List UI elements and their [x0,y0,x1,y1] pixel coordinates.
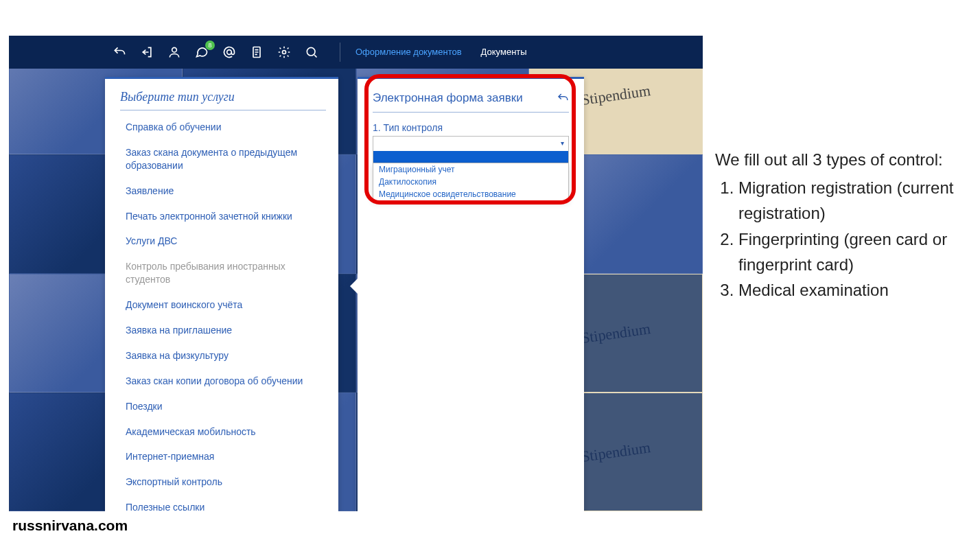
app-screenshot: 8 Оформление документов Документы Выбери… [9,36,703,511]
service-item[interactable]: Поездки [120,394,338,419]
service-item[interactable]: Печать электронной зачетной книжки [120,204,338,229]
dropdown-option[interactable]: Миграционный учет [373,163,568,176]
nav-link-documents[interactable]: Документы [481,47,527,58]
gear-icon[interactable] [277,45,292,60]
service-type-panel: Выберите тип услуги Справка об обученииЗ… [105,77,338,511]
annotation-intro: We fill out all 3 types of control: [715,147,962,172]
service-item[interactable]: Экспортный контроль [120,469,338,495]
annotation-item: Fingerprinting (green card or fingerprin… [738,226,962,277]
select-highlight-bar [373,151,569,163]
svg-point-3 [283,51,286,54]
back-icon[interactable] [112,45,127,60]
control-type-select[interactable]: ▾ [373,136,569,151]
dropdown-option[interactable]: Дактилоскопия [373,176,568,188]
annotation-item: Migration registration (current registra… [738,175,962,226]
control-type-label: 1. Тип контроля [373,122,569,133]
svg-point-0 [172,47,177,52]
service-type-title: Выберите тип услуги [120,90,326,110]
watermark: russnirvana.com [12,517,128,534]
dropdown-option[interactable]: Медицинское освидетельствование [373,188,568,200]
user-icon[interactable] [167,45,182,60]
nav-link-documents-form[interactable]: Оформление документов [355,47,462,58]
service-item[interactable]: Контроль пребывания иностранных студенто… [120,254,338,292]
search-icon[interactable] [304,45,319,60]
form-back-icon[interactable] [557,92,569,104]
form-title-row: Электронная форма заявки [373,91,569,113]
service-item[interactable]: Документ воинского учёта [120,292,338,318]
service-item[interactable]: Заказ скан копии договора об обучении [120,369,338,394]
service-list: Справка об обученииЗаказ скана документа… [120,115,338,511]
svg-point-4 [307,47,315,56]
form-panel: Электронная форма заявки 1. Тип контроля… [358,77,584,511]
panel-pointer-icon [350,278,358,294]
service-item[interactable]: Заявка на приглашение [120,318,338,343]
service-item[interactable]: Академическая мобильность [120,419,338,445]
service-item[interactable]: Заказ скана документа о предыдущем образ… [120,140,338,178]
chat-badge: 8 [205,40,215,50]
at-icon[interactable] [222,45,237,60]
service-item[interactable]: Полезные ссылки [120,495,338,511]
control-type-dropdown[interactable]: Миграционный учетДактилоскопияМедицинско… [373,163,569,201]
document-icon[interactable] [249,45,264,60]
svg-point-1 [227,50,232,55]
topbar-separator [340,43,340,62]
service-item[interactable]: Справка об обучении [120,115,338,140]
chat-icon[interactable]: 8 [194,45,209,60]
logout-icon[interactable] [139,45,154,60]
topbar: 8 Оформление документов Документы [9,36,703,69]
annotation-text: We fill out all 3 types of control: Migr… [715,147,962,303]
service-item[interactable]: Заявление [120,178,338,204]
service-item[interactable]: Услуги ДВС [120,229,338,254]
service-item[interactable]: Заявка на физкультуру [120,343,338,369]
chevron-down-icon: ▾ [561,139,564,147]
topbar-icons: 8 [112,45,319,60]
service-item[interactable]: Интернет-приемная [120,444,338,469]
form-title: Электронная форма заявки [373,91,523,105]
annotation-list: Migration registration (current registra… [715,175,962,303]
annotation-item: Medical examination [738,277,962,303]
panels: Выберите тип услуги Справка об обученииЗ… [105,77,606,511]
